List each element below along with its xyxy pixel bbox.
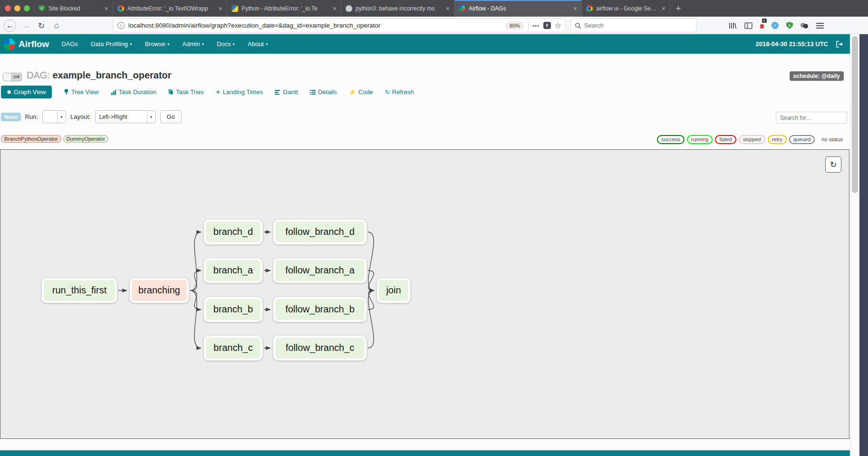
airflow-brand[interactable]: Airflow — [4, 39, 49, 50]
tab-close-icon[interactable]: × — [333, 5, 337, 12]
browser-tab-airflow-dags[interactable]: Airflow - DAGs × — [454, 0, 582, 17]
airflow-navbar: Airflow DAGs Data Profiling▾ Browse▾ Adm… — [0, 34, 850, 54]
browser-search-bar[interactable] — [570, 19, 696, 32]
run-label: Run: — [25, 113, 38, 120]
dag-node-branch_d[interactable]: branch_d — [204, 220, 262, 244]
adblock-extension-icon[interactable]: ⋯ 1 — [760, 21, 764, 30]
tab-refresh[interactable]: ↻ Refresh — [385, 88, 414, 96]
task-search-box[interactable] — [776, 112, 847, 124]
chevron-down-icon: ▾ — [130, 42, 132, 47]
graph-refresh-button[interactable]: ↻ — [825, 156, 841, 173]
nav-item-docs[interactable]: Docs▾ — [217, 40, 235, 48]
tab-close-icon[interactable]: × — [446, 5, 450, 12]
forward-icon[interactable]: → — [20, 19, 32, 32]
tab-gantt[interactable]: Gantt — [275, 88, 298, 96]
nav-item-browse[interactable]: Browse▾ — [145, 40, 170, 48]
tab-title: python3: behave incorrectly mo — [356, 5, 441, 12]
chevron-down-icon: ▾ — [233, 42, 235, 47]
logout-icon[interactable] — [836, 41, 843, 48]
tab-close-icon[interactable]: × — [573, 5, 577, 12]
dag-edge-follow_branch_d-to-join — [368, 232, 374, 291]
browser-tab-attributeerror[interactable]: AttributeError: '_io.TextIOWrapp × — [113, 0, 227, 17]
legend-state-success: success — [657, 135, 685, 144]
plane-icon: ✈ — [216, 89, 221, 96]
tab-landing-times[interactable]: ✈ Landing Times — [216, 88, 263, 96]
tab-close-icon[interactable]: × — [105, 5, 108, 12]
dag-edge-branching-to-branch_b — [190, 291, 201, 310]
browser-tab-github-behave[interactable]: python3: behave incorrectly mo × — [341, 0, 454, 17]
dag-node-follow_branch_d[interactable]: follow_branch_d — [273, 220, 366, 244]
dag-node-branch_c[interactable]: branch_c — [204, 336, 262, 360]
nav-item-about[interactable]: About▾ — [248, 40, 268, 48]
graph-view-icon: ✱ — [7, 89, 11, 96]
sidebar-toggle-icon[interactable] — [744, 22, 752, 29]
dag-node-run_this_first[interactable]: run_this_first — [42, 278, 117, 303]
legend-state-running: running — [687, 135, 713, 144]
github-icon — [346, 5, 352, 12]
dag-graph-panel[interactable]: ↻ run_this_firstbranchingbranch_dfollow_… — [0, 149, 849, 439]
window-close-button[interactable] — [5, 5, 11, 11]
tree-icon — [64, 89, 69, 95]
back-icon[interactable]: ← — [4, 19, 16, 32]
task-search-input[interactable] — [780, 115, 843, 121]
tab-title: Site Blocked — [48, 5, 99, 12]
tab-close-icon[interactable]: × — [662, 5, 665, 12]
airflow-icon — [459, 5, 465, 12]
shield-icon: £ — [39, 5, 45, 12]
url-bar[interactable]: i localhost:8080/admin/airflow/graph?exe… — [113, 19, 566, 32]
browser-tab-google-search[interactable]: airflow ui - Google Search × — [582, 0, 670, 17]
tab-task-tries[interactable]: Task Tries — [168, 88, 204, 96]
pocket-icon[interactable]: ∨ — [543, 22, 551, 29]
window-minimize-button[interactable] — [14, 5, 20, 11]
python-icon — [231, 5, 238, 12]
tab-graph-view[interactable]: ✱ Graph View — [1, 86, 52, 98]
dag-pause-toggle[interactable]: Off — [3, 73, 22, 81]
dag-edges — [0, 150, 849, 438]
tab-close-icon[interactable]: × — [219, 5, 222, 12]
bookmark-star-icon[interactable]: ☆ — [555, 21, 561, 30]
desktop-edge — [859, 34, 868, 456]
dag-node-branch_a[interactable]: branch_a — [204, 258, 262, 283]
home-icon[interactable]: ⌂ — [50, 19, 63, 32]
library-icon[interactable] — [729, 22, 737, 29]
tab-task-duration[interactable]: Task Duration — [111, 88, 156, 96]
tab-details[interactable]: Details — [310, 88, 337, 96]
dag-node-follow_branch_c[interactable]: follow_branch_c — [273, 336, 366, 360]
browser-tab-site-blocked[interactable]: £ Site Blocked × — [34, 0, 113, 17]
dag-node-join[interactable]: join — [377, 278, 410, 303]
shield-extension-icon[interactable]: £ — [786, 22, 793, 29]
nav-item-data-profiling[interactable]: Data Profiling▾ — [91, 40, 132, 48]
reload-icon[interactable]: ↻ — [35, 19, 48, 32]
page-actions-icon[interactable]: ••• — [532, 23, 540, 29]
page-footer-bar — [0, 450, 850, 456]
url-text[interactable]: localhost:8080/admin/airflow/graph?execu… — [128, 22, 502, 29]
menu-hamburger-icon[interactable] — [816, 25, 824, 26]
window-zoom-button[interactable] — [24, 5, 30, 11]
dag-node-branch_b[interactable]: branch_b — [204, 297, 262, 322]
nav-item-admin[interactable]: Admin▾ — [183, 40, 204, 48]
tab-title: Python - AttributeError: '_io.Te — [241, 5, 328, 12]
go-button[interactable]: Go — [160, 110, 182, 123]
blue-extension-icon[interactable]: ✓ — [772, 22, 779, 29]
scrollbar-thumb[interactable] — [852, 36, 858, 193]
nav-item-dags[interactable]: DAGs — [61, 40, 78, 48]
refresh-icon: ↻ — [385, 89, 390, 96]
dag-node-follow_branch_b[interactable]: follow_branch_b — [273, 297, 366, 322]
page-scrollbar[interactable] — [850, 34, 859, 456]
layout-select[interactable]: Left->Right ▾ — [95, 110, 156, 123]
zoom-level-badge[interactable]: 80% — [505, 21, 524, 30]
dag-edge-follow_branch_c-to-join — [368, 291, 374, 348]
base-date-badge: None — [1, 113, 21, 121]
tab-code[interactable]: ⚡ Code — [349, 88, 373, 96]
new-tab-button[interactable]: + — [670, 0, 686, 17]
dag-node-follow_branch_a[interactable]: follow_branch_a — [273, 258, 366, 283]
orbs-extension-icon[interactable] — [800, 22, 809, 29]
run-select[interactable]: ▾ — [42, 110, 66, 123]
chevron-down-icon: ▾ — [202, 42, 204, 47]
tab-tree-view[interactable]: Tree View — [64, 88, 99, 96]
site-info-icon[interactable]: i — [117, 22, 125, 29]
dag-node-branching[interactable]: branching — [130, 278, 189, 303]
legend-state-no-status: no status — [817, 135, 847, 144]
browser-tab-python-attributeerror[interactable]: Python - AttributeError: '_io.Te × — [227, 0, 341, 17]
browser-search-input[interactable] — [584, 22, 692, 29]
